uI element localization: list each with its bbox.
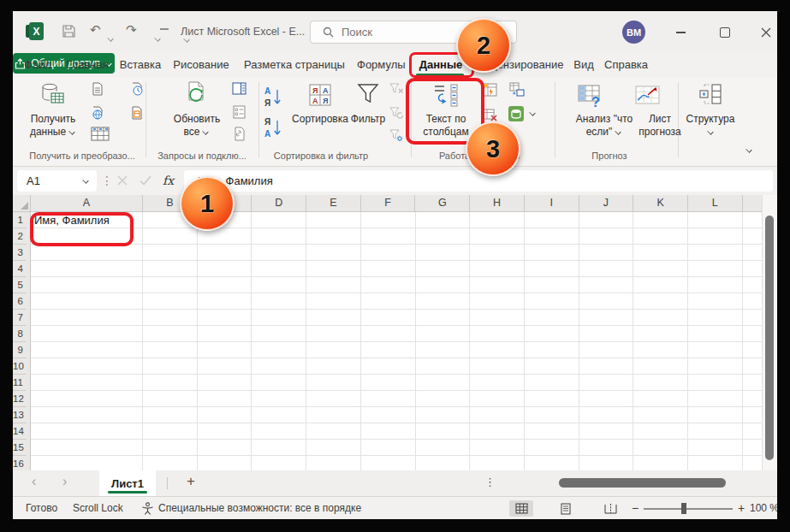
from-text-icon[interactable] (91, 82, 104, 96)
remove-duplicates-icon[interactable] (483, 109, 498, 122)
row-header-8[interactable]: 8 (13, 326, 27, 342)
queries-pane-icon[interactable] (232, 82, 247, 95)
get-data-button[interactable]: Получить данные (19, 113, 87, 139)
sheet-prev-button[interactable]: ‹ (32, 474, 36, 489)
flash-fill-icon[interactable] (483, 83, 497, 97)
refresh-all-button[interactable]: Обновить все (163, 113, 231, 139)
view-page-break-button[interactable] (598, 500, 622, 517)
undo-dropdown-icon[interactable] (107, 36, 115, 42)
column-header-D[interactable]: D (252, 195, 306, 211)
row-header-16[interactable]: 16 (13, 456, 27, 470)
ribbon: Получить данные Получить и преобразо... … (13, 77, 777, 167)
zoom-slider[interactable] (644, 508, 733, 510)
recent-sources-icon[interactable] (130, 82, 144, 96)
column-header-H[interactable]: H (470, 195, 525, 211)
existing-connections-icon[interactable] (130, 106, 144, 120)
sheet-next-button[interactable]: › (62, 474, 67, 489)
edit-links-icon[interactable] (233, 127, 247, 141)
chevron-down-icon[interactable] (529, 110, 537, 116)
undo-button[interactable]: ↶ (90, 22, 101, 38)
add-sheet-button[interactable]: + (187, 473, 195, 490)
grid-body[interactable]: Имя, Фамилия (31, 212, 762, 470)
column-header-E[interactable]: E (306, 195, 361, 211)
filter-button[interactable]: Фильтр (339, 113, 397, 126)
row-header-11[interactable]: 11 (13, 375, 27, 391)
redo-button[interactable]: ↷ (126, 22, 137, 38)
row-header-15[interactable]: 15 (13, 440, 27, 456)
vertical-scroll-thumb[interactable] (765, 216, 774, 460)
tab-page-layout[interactable]: Разметка страницы (242, 53, 347, 76)
what-if-analysis-button[interactable]: Анализ "что если" (568, 113, 640, 139)
relationships-icon[interactable] (508, 105, 525, 122)
sheet-tab-list1[interactable]: Лист1 (99, 470, 156, 496)
column-header-K[interactable]: K (633, 195, 688, 211)
row-header-5[interactable]: 5 (13, 277, 27, 293)
excel-logo-icon: X (26, 22, 44, 40)
close-button[interactable] (756, 26, 776, 39)
collapse-ribbon-button[interactable] (745, 147, 753, 153)
from-table-icon[interactable] (91, 127, 110, 141)
row-header-3[interactable]: 3 (13, 245, 27, 261)
tab-view[interactable]: Вид (570, 53, 597, 76)
svg-text:А: А (264, 86, 270, 96)
cancel-button[interactable] (117, 175, 128, 186)
column-header-G[interactable]: G (416, 195, 471, 211)
row-header-1[interactable]: 1 (13, 212, 27, 228)
tab-home[interactable]: Главная (65, 53, 110, 76)
zoom-level: 100 % (750, 497, 777, 519)
row-header-9[interactable]: 9 (13, 342, 27, 358)
row-header-14[interactable]: 14 (13, 423, 27, 440)
view-normal-button[interactable] (509, 500, 533, 517)
vertical-scrollbar-end[interactable] (762, 470, 777, 496)
tab-insert[interactable]: Вставка (119, 53, 162, 76)
view-page-layout-button[interactable] (554, 500, 578, 517)
zoom-out-button[interactable]: − (632, 497, 639, 519)
clear-filter-icon[interactable] (389, 83, 404, 96)
svg-text:Я: Я (323, 97, 328, 105)
from-web-icon[interactable] (91, 106, 104, 120)
column-header-F[interactable]: F (361, 195, 416, 211)
minimize-button[interactable] (670, 26, 691, 39)
tab-formulas[interactable]: Формулы (357, 53, 401, 76)
redo-dropdown-icon[interactable] (154, 36, 162, 42)
zoom-slider-thumb[interactable] (681, 503, 686, 514)
row-header-2[interactable]: 2 (13, 228, 27, 245)
row-header-12[interactable]: 12 (13, 391, 27, 407)
avatar[interactable]: BM (622, 21, 645, 44)
save-button[interactable] (62, 24, 76, 38)
forecast-sheet-button[interactable]: Лист прогноза (631, 113, 689, 139)
zoom-in-button[interactable]: + (738, 497, 745, 519)
advanced-filter-icon[interactable] (389, 129, 404, 143)
normal-view-icon (515, 503, 528, 514)
qat-overflow-button[interactable] (160, 28, 169, 30)
maximize-button[interactable] (715, 26, 735, 39)
row-header-7[interactable]: 7 (13, 310, 27, 326)
name-box[interactable]: A1 (17, 170, 97, 192)
reapply-filter-icon[interactable] (389, 107, 404, 120)
enter-button[interactable] (140, 175, 151, 186)
horizontal-scroll-thumb[interactable] (559, 478, 726, 488)
sort-descending-icon[interactable]: ЯА (264, 116, 282, 139)
consolidate-icon[interactable] (509, 82, 525, 97)
column-header-J[interactable]: J (579, 195, 634, 211)
row-header-10[interactable]: 10 (13, 358, 27, 375)
vertical-scrollbar[interactable] (762, 195, 777, 470)
tab-draw[interactable]: Рисование (173, 53, 229, 76)
row-header-4[interactable]: 4 (13, 261, 27, 277)
tab-help[interactable]: Справка (603, 53, 650, 76)
column-header-A[interactable]: A (31, 195, 143, 211)
select-all-corner[interactable] (13, 195, 31, 212)
row-header-13[interactable]: 13 (13, 407, 27, 423)
column-header-L[interactable]: L (688, 195, 743, 211)
what-if-icon: ? (578, 84, 603, 108)
formula-bar-dots-icon[interactable]: ⋮ (101, 174, 113, 187)
sort-ascending-icon[interactable]: АЯ (264, 86, 282, 108)
formula-input[interactable]: Имя, Фамилия (184, 170, 773, 192)
sheet-bar-dots-icon[interactable]: ⋮ (484, 476, 496, 488)
row-header-6[interactable]: 6 (13, 293, 27, 310)
properties-icon[interactable] (233, 105, 246, 119)
outline-button[interactable]: Структура (681, 113, 740, 139)
tab-file[interactable]: Файл (24, 53, 51, 76)
column-header-I[interactable]: I (525, 195, 579, 211)
insert-function-button[interactable]: fx (163, 174, 174, 187)
